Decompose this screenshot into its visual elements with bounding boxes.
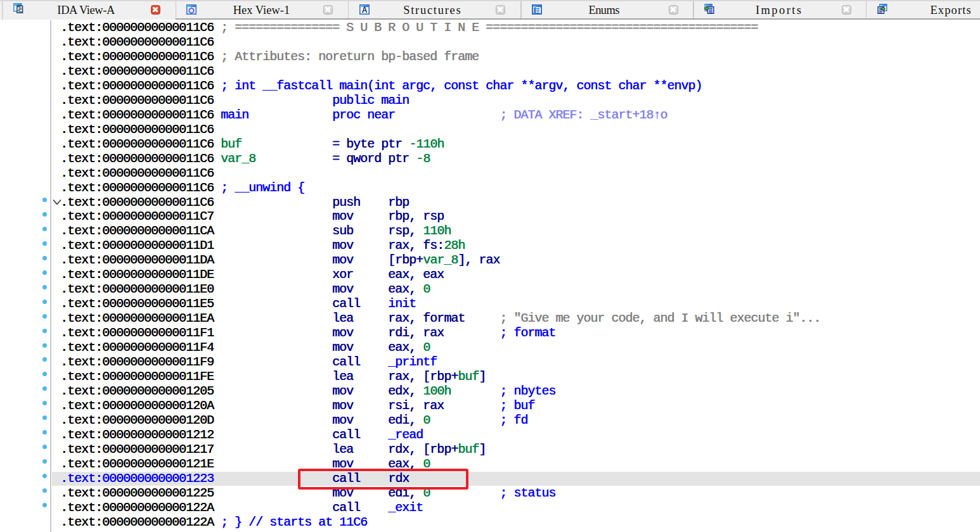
svg-text:A: A <box>361 6 367 15</box>
